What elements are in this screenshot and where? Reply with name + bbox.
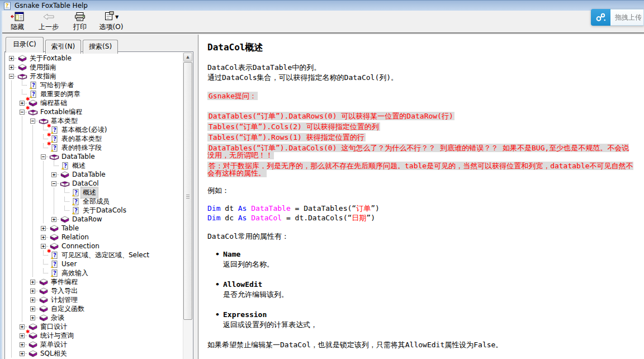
- tree: +关于Foxtable+使用指南−开发指南?写给初学者?最重要的两章+✱编程基础…: [6, 54, 182, 359]
- expand-toggle[interactable]: +: [20, 342, 25, 347]
- tree-item[interactable]: +杂谈: [6, 313, 182, 322]
- svg-text:?: ?: [74, 207, 78, 214]
- tree-item[interactable]: −DataTable: [6, 152, 182, 161]
- tree-item[interactable]: +导入导出: [6, 286, 182, 295]
- hide-button[interactable]: 隐藏: [4, 11, 30, 32]
- back-arrow-icon: [42, 12, 55, 22]
- svg-text:?: ?: [53, 252, 56, 258]
- tree-item[interactable]: ?✱可见区域、选定区域、Select: [6, 251, 182, 259]
- tree-item-label[interactable]: SQL相关: [39, 348, 69, 359]
- back-button[interactable]: 上一步: [36, 11, 61, 32]
- intro-line: 通过DataCols集合，可以获得指定名称的DataCol(列)。: [207, 73, 635, 83]
- tree-item[interactable]: +DataTable: [6, 170, 182, 179]
- code-token: Dim: [207, 214, 220, 222]
- expand-toggle[interactable]: −: [51, 181, 56, 186]
- tree-item[interactable]: +✱统计与查询: [6, 331, 182, 340]
- code-line: Dim dt As DataTable = DataTables(“订单”): [207, 204, 635, 213]
- help-topic-icon: ?✱: [49, 251, 60, 259]
- tree-item-label[interactable]: Relation: [60, 233, 91, 242]
- expand-toggle[interactable]: +: [41, 226, 46, 231]
- tree-item[interactable]: ?写给初学者: [6, 81, 182, 89]
- expand-toggle[interactable]: +: [41, 244, 46, 249]
- expand-toggle[interactable]: +: [51, 217, 56, 222]
- expand-toggle[interactable]: +: [30, 289, 35, 294]
- tree-item-label[interactable]: 关于DataCols: [81, 205, 128, 216]
- expand-toggle[interactable]: −: [20, 110, 25, 115]
- scroll-up-button[interactable]: ▲: [183, 53, 192, 62]
- expand-toggle[interactable]: +: [30, 306, 35, 311]
- scrollbar-thumb[interactable]: [183, 62, 192, 320]
- options-button-label: 选项(O): [100, 22, 124, 32]
- expand-toggle[interactable]: +: [20, 101, 25, 106]
- tree-item[interactable]: −开发指南: [6, 72, 182, 81]
- tree-item[interactable]: +Table: [6, 224, 182, 233]
- tree-item[interactable]: ?关于DataCols: [6, 206, 182, 215]
- expand-toggle[interactable]: −: [30, 119, 35, 124]
- properties-label: DataCol常用的属性有：: [207, 232, 635, 242]
- drag-upload-button[interactable]: 拖拽上传: [591, 9, 644, 26]
- tree-item[interactable]: +SQL相关: [6, 349, 182, 358]
- hide-button-label: 隐藏: [11, 22, 24, 32]
- options-icon: [104, 11, 114, 23]
- tree-item[interactable]: +计划管理: [6, 295, 182, 304]
- expand-toggle[interactable]: +: [30, 280, 35, 285]
- help-window: ? Gsnake FoxTable Help 隐藏: [0, 0, 644, 359]
- help-topic-icon: ?✱: [49, 143, 60, 152]
- closing-paragraph: 如果希望禁止编辑某一DataCol，也就是锁定该列，只需将其AllowEdit属…: [207, 340, 635, 350]
- expand-toggle[interactable]: +: [30, 315, 35, 320]
- tree-item[interactable]: ?概述: [6, 161, 182, 170]
- svg-text:?: ?: [74, 199, 78, 205]
- expand-toggle[interactable]: +: [20, 324, 25, 329]
- print-button-label: 打印: [73, 22, 87, 32]
- tree-item[interactable]: +✱编程基础: [6, 98, 182, 107]
- tree-item[interactable]: +DataRow: [6, 215, 182, 224]
- code-token: dc: [220, 214, 238, 222]
- tab-search[interactable]: 搜索(S): [83, 40, 118, 54]
- tree-item-label[interactable]: 概述: [70, 160, 87, 171]
- new-star-icon: ✱: [47, 132, 51, 138]
- tree-item-label[interactable]: DataRow: [70, 215, 104, 224]
- expand-toggle[interactable]: −: [41, 154, 46, 159]
- book-closed-icon: [17, 63, 28, 72]
- expand-toggle[interactable]: +: [20, 351, 25, 356]
- print-button[interactable]: 打印: [67, 11, 93, 32]
- code-block: Dim dt As DataTable = DataTables(“订单”)Di…: [207, 204, 635, 223]
- tree-item[interactable]: +窗口设计: [6, 322, 182, 331]
- tree-item[interactable]: ?User: [6, 259, 182, 268]
- main-area: 目录(C) 索引(N) 搜索(S) +关于Foxtable+使用指南−开发指南?…: [0, 35, 644, 359]
- tree-item[interactable]: +自定义函数: [6, 304, 182, 313]
- tree-item[interactable]: ?✱表的特殊字段: [6, 143, 182, 152]
- tree-item-label[interactable]: Table: [60, 224, 80, 233]
- tree-item[interactable]: +菜单设计: [6, 340, 182, 349]
- book-open-icon: [49, 152, 60, 161]
- tree-item[interactable]: +Relation: [6, 233, 182, 242]
- tree-item[interactable]: +事件编程: [6, 277, 182, 286]
- expand-toggle[interactable]: +: [9, 56, 14, 61]
- tab-index[interactable]: 索引(N): [45, 40, 81, 54]
- qa-label: Gsnake提问：: [207, 92, 258, 100]
- expand-toggle[interactable]: +: [20, 333, 25, 338]
- tree-item-label[interactable]: 表的特殊字段: [60, 143, 103, 153]
- property-name-text: Expression: [223, 310, 267, 319]
- expand-toggle[interactable]: −: [9, 74, 14, 79]
- tree-item-label[interactable]: 可见区域、选定区域、Select: [60, 250, 151, 261]
- code-line: Dim dc As DataCol = dt.DataCols(“日期”): [207, 213, 635, 223]
- help-topic-icon: ?: [49, 268, 60, 277]
- expand-toggle[interactable]: +: [51, 172, 56, 177]
- tab-contents[interactable]: 目录(C): [6, 37, 44, 53]
- tree-item-label[interactable]: DataTable: [70, 170, 107, 179]
- expand-toggle[interactable]: +: [9, 65, 14, 70]
- property-item: •Expression返回或设置列的计算表达式，: [223, 310, 635, 330]
- code-token: As: [238, 214, 247, 222]
- property-description: 返回或设置列的计算表达式，: [223, 320, 635, 330]
- options-button[interactable]: ▼ 选项(O): [98, 11, 124, 32]
- tree-item[interactable]: ?最重要的两章: [6, 89, 182, 98]
- expand-toggle[interactable]: +: [30, 297, 35, 303]
- expand-toggle[interactable]: +: [41, 235, 46, 240]
- book-closed-icon: [17, 54, 28, 63]
- tree-item[interactable]: ?高效输入: [6, 268, 182, 277]
- tree-scrollbar[interactable]: ▲: [183, 53, 192, 359]
- tree-item[interactable]: −✱Foxtable编程: [6, 107, 182, 116]
- property-name-text: Name: [223, 250, 240, 258]
- help-topic-icon: ?: [70, 188, 81, 197]
